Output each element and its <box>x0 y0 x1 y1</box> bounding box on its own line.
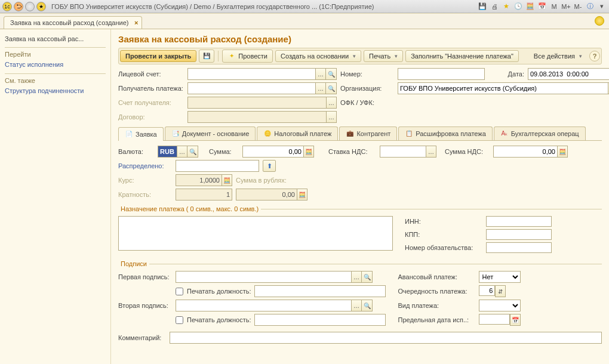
currency-label: Валюта: <box>118 148 154 155</box>
all-actions-button[interactable]: Все действия <box>529 51 587 61</box>
number-label: Номер: <box>340 70 394 78</box>
titlebar: 1c ⮌ ★ ГОБУ ВПО Университет искусств (Су… <box>0 0 609 13</box>
obligation-num-field[interactable] <box>486 242 552 253</box>
currency-field[interactable]: …🔍 <box>158 146 198 158</box>
mem-m[interactable]: M <box>549 2 559 11</box>
document-tab[interactable]: Заявка на кассовый расход (создание) × <box>4 16 142 29</box>
distributed-field[interactable] <box>176 160 259 172</box>
print-button[interactable]: Печать <box>364 50 403 62</box>
tab-breakdown[interactable]: 📋Расшифровка платежа <box>398 127 493 140</box>
collapse-button[interactable] <box>595 16 604 26</box>
purpose-textarea[interactable] <box>118 216 393 251</box>
star-icon[interactable]: ★ <box>502 2 511 11</box>
number-field[interactable] <box>398 68 485 80</box>
calculator-icon[interactable]: 🧮 <box>557 146 568 158</box>
org-label: Организация: <box>340 85 394 92</box>
favorite-icon[interactable]: ★ <box>36 2 46 11</box>
nav-back-icon[interactable]: ⮌ <box>14 2 23 11</box>
rate-field: 🧮 <box>176 174 232 186</box>
floppy-icon: 💾 <box>202 52 211 60</box>
comment-field[interactable] <box>170 332 602 344</box>
calculator-icon: 🧮 <box>297 189 307 200</box>
create-based-button[interactable]: Создать на основании <box>275 50 361 62</box>
sidebar-status-link[interactable]: Статус исполнения <box>5 59 106 70</box>
acct-icon: Aₖ <box>500 129 509 138</box>
fill-purpose-button[interactable]: Заполнить "Назначение платежа" <box>405 50 519 62</box>
vat-rate-field[interactable]: … <box>380 146 436 158</box>
tab-counterparty[interactable]: 💼Контрагент <box>339 127 397 140</box>
payee-label: Получатель платежа: <box>118 85 184 92</box>
spinner-icon[interactable]: ⇵ <box>495 285 506 297</box>
lookup-icon: … <box>326 97 337 109</box>
post-button[interactable]: ✦Провести <box>222 50 273 63</box>
mem-mminus[interactable]: M- <box>573 2 583 11</box>
calculator-icon[interactable]: 🧮 <box>303 146 314 158</box>
search-icon[interactable]: 🔍 <box>362 271 373 283</box>
save-icon[interactable]: 💾 <box>478 2 487 11</box>
lookup-icon[interactable]: … <box>177 146 187 158</box>
tab-accounting[interactable]: AₖБухгалтерская операц <box>494 127 586 140</box>
date-field[interactable]: 📅 <box>528 68 609 80</box>
up-arrow-button[interactable]: ⬆ <box>263 160 276 172</box>
first-sig-field[interactable]: …🔍 <box>176 271 373 283</box>
tab-tax[interactable]: 🪙Налоговый платеж <box>257 127 338 140</box>
sum-label: Сумма: <box>209 148 239 155</box>
sidebar-structure-link[interactable]: Структура подчиненности <box>5 85 106 96</box>
post-and-close-button[interactable]: Провести и закрыть <box>120 50 196 62</box>
payee-acc-field: … <box>187 97 337 109</box>
tab-basis-doc[interactable]: 📑Документ - основание <box>165 127 256 140</box>
lookup-icon[interactable]: … <box>315 68 326 80</box>
search-icon[interactable]: 🔍 <box>326 82 337 94</box>
priority-field[interactable]: ⇵ <box>479 285 506 297</box>
rate-label: Курс: <box>118 177 154 184</box>
lookup-icon[interactable]: … <box>351 271 362 283</box>
subtabs: 📄Заявка 📑Документ - основание 🪙Налоговый… <box>118 127 602 141</box>
mem-mplus[interactable]: M+ <box>561 2 571 11</box>
inn-field[interactable] <box>486 216 552 227</box>
info-icon[interactable]: ⓘ <box>585 2 595 11</box>
vat-sum-field[interactable]: 🧮 <box>493 146 568 158</box>
print-icon[interactable]: 🖨 <box>490 2 499 11</box>
signatures-fieldset: Подписи Первая подпись: …🔍 Печатать долж… <box>118 260 602 328</box>
org-field[interactable]: …🔍 <box>398 82 609 94</box>
tab-request[interactable]: 📄Заявка <box>118 127 164 141</box>
print-pos2-field[interactable] <box>254 314 386 326</box>
calc-icon[interactable]: 🧮 <box>525 2 535 11</box>
purpose-fieldset: Назначение платежа ( 0 симв., макс. 0 си… <box>118 205 602 255</box>
sidebar: Заявка на кассовый рас... Перейти Статус… <box>0 29 111 364</box>
search-icon[interactable]: 🔍 <box>362 300 373 311</box>
lookup-icon[interactable]: … <box>426 146 436 158</box>
tab-close-icon[interactable]: × <box>134 19 138 26</box>
help-button[interactable]: ? <box>589 51 600 61</box>
menu-icon[interactable]: ▾ <box>597 2 607 11</box>
second-sig-field[interactable]: …🔍 <box>176 300 373 311</box>
lookup-icon: … <box>326 111 337 123</box>
payee-field[interactable]: …🔍 <box>187 82 337 94</box>
calendar-icon[interactable]: 📅 <box>537 2 547 11</box>
search-icon[interactable]: 🔍 <box>187 146 198 158</box>
save-button[interactable]: 💾 <box>199 50 214 63</box>
lookup-icon[interactable]: … <box>315 82 326 94</box>
main-area: Заявка на кассовый расход (создание) × З… <box>0 13 609 364</box>
print-pos1-checkbox[interactable] <box>176 288 183 295</box>
paytype-combo[interactable] <box>479 300 521 311</box>
sum-field[interactable]: 🧮 <box>242 146 314 158</box>
kpp-field[interactable] <box>486 229 552 240</box>
calendar-icon[interactable]: 📅 <box>510 314 521 326</box>
case-icon: 💼 <box>346 129 354 138</box>
nav-fwd-icon[interactable] <box>25 2 35 11</box>
print-pos2-checkbox[interactable] <box>176 316 183 324</box>
window-title: ГОБУ ВПО Университет искусств (Субсидия)… <box>51 3 476 10</box>
history-icon[interactable]: 🕓 <box>513 2 523 11</box>
first-sig-label: Первая подпись: <box>118 273 172 280</box>
lookup-icon[interactable]: … <box>351 300 362 311</box>
print-pos1-field[interactable] <box>254 285 386 297</box>
deadline-label: Предельная дата исп..: <box>398 316 475 323</box>
advance-combo[interactable]: Нет <box>479 271 521 283</box>
deadline-field[interactable]: 📅 <box>479 314 521 326</box>
account-field[interactable]: …🔍 <box>187 68 337 80</box>
contract-field: … <box>187 111 337 123</box>
search-icon[interactable]: 🔍 <box>326 68 337 80</box>
inn-label: ИНН: <box>405 218 482 225</box>
contract-label: Договор: <box>118 113 184 121</box>
